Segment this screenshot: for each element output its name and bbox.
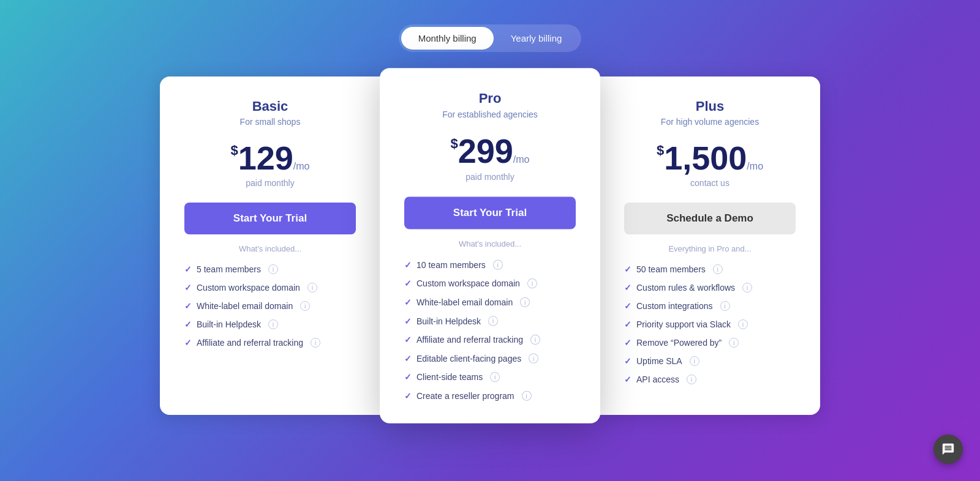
feature-label: Affiliate and referral tracking (197, 338, 303, 348)
check-icon: ✓ (404, 297, 412, 307)
check-icon: ✓ (624, 319, 631, 329)
basic-plan-subtitle: For small shops (184, 117, 356, 127)
check-icon: ✓ (184, 319, 192, 329)
basic-price-dollar: $ (230, 143, 238, 158)
list-item: ✓ Custom workspace domain i (184, 283, 356, 293)
info-icon[interactable]: i (529, 353, 538, 363)
pro-price-dollar: $ (450, 135, 458, 151)
info-icon[interactable]: i (690, 356, 699, 366)
feature-label: Built-in Helpdesk (197, 319, 261, 329)
basic-billing-note: paid monthly (184, 178, 356, 188)
list-item: ✓ Uptime SLA i (624, 356, 796, 366)
pro-plan-name: Pro (404, 91, 576, 107)
list-item: ✓ API access i (624, 375, 796, 384)
pro-plan-price: $299/mo (404, 134, 576, 168)
info-icon[interactable]: i (522, 391, 532, 401)
pro-feature-list: ✓ 10 team members i ✓ Custom workspace d… (404, 259, 576, 401)
check-icon: ✓ (624, 264, 631, 274)
info-icon[interactable]: i (530, 335, 540, 345)
list-item: ✓ Custom rules & workflows i (624, 283, 796, 293)
yearly-billing-button[interactable]: Yearly billing (494, 27, 579, 50)
info-icon[interactable]: i (738, 319, 748, 329)
info-icon[interactable]: i (268, 264, 278, 274)
info-icon[interactable]: i (520, 297, 530, 307)
feature-label: Priority support via Slack (636, 319, 731, 329)
pro-plan-subtitle: For established agencies (404, 110, 576, 119)
plus-plan-subtitle: For high volume agencies (624, 117, 796, 127)
info-icon[interactable]: i (720, 301, 730, 311)
chat-button[interactable] (933, 434, 963, 464)
basic-feature-list: ✓ 5 team members i ✓ Custom workspace do… (184, 264, 356, 393)
info-icon[interactable]: i (742, 283, 752, 293)
list-item: ✓ Create a reseller program i (404, 391, 576, 401)
check-icon: ✓ (184, 283, 192, 293)
check-icon: ✓ (624, 356, 631, 366)
list-item: ✓ 10 team members i (404, 259, 576, 269)
basic-price-period: /mo (293, 161, 310, 171)
feature-label: Remove “Powered by” (636, 338, 722, 348)
plus-billing-note: contact us (624, 178, 796, 188)
billing-toggle: Monthly billing Yearly billing (399, 24, 582, 52)
plus-plan-price: $1,500/mo (624, 141, 796, 174)
monthly-billing-button[interactable]: Monthly billing (401, 27, 494, 50)
feature-label: Built-in Helpdesk (417, 316, 481, 326)
plus-cta-button[interactable]: Schedule a Demo (624, 203, 796, 234)
plus-price-amount: 1,500 (664, 140, 747, 176)
plus-price-dollar: $ (657, 143, 664, 158)
plus-plan-card: Plus For high volume agencies $1,500/mo … (600, 76, 820, 415)
info-icon[interactable]: i (527, 278, 537, 288)
list-item: ✓ Built-in Helpdesk i (404, 316, 576, 326)
check-icon: ✓ (404, 353, 412, 363)
info-icon[interactable]: i (687, 375, 696, 384)
check-icon: ✓ (404, 259, 412, 269)
pro-cta-button[interactable]: Start Your Trial (404, 196, 576, 229)
check-icon: ✓ (404, 372, 412, 382)
info-icon[interactable]: i (493, 259, 503, 269)
list-item: ✓ Custom integrations i (624, 301, 796, 311)
plus-price-period: /mo (747, 161, 763, 171)
list-item: ✓ White-label email domain i (404, 297, 576, 307)
feature-label: 50 team members (636, 264, 706, 274)
check-icon: ✓ (624, 283, 631, 293)
check-icon: ✓ (184, 301, 192, 311)
basic-plan-name: Basic (184, 99, 356, 114)
pro-price-amount: 299 (458, 132, 513, 170)
info-icon[interactable]: i (490, 372, 500, 382)
list-item: ✓ White-label email domain i (184, 301, 356, 311)
check-icon: ✓ (404, 335, 412, 345)
feature-label: 5 team members (197, 264, 261, 274)
plus-feature-list: ✓ 50 team members i ✓ Custom rules & wor… (624, 264, 796, 393)
feature-label: Custom workspace domain (417, 278, 520, 288)
list-item: ✓ 5 team members i (184, 264, 356, 274)
basic-plan-price: $129/mo (184, 141, 356, 174)
info-icon[interactable]: i (268, 319, 278, 329)
feature-label: White-label email domain (417, 297, 513, 307)
feature-label: Uptime SLA (636, 356, 682, 366)
feature-label: White-label email domain (197, 301, 293, 311)
info-icon[interactable]: i (311, 338, 320, 348)
feature-label: Custom workspace domain (197, 283, 300, 293)
pro-whats-included: What's included... (404, 239, 576, 248)
feature-label: API access (636, 375, 679, 384)
feature-label: Custom rules & workflows (636, 283, 735, 293)
info-icon[interactable]: i (713, 264, 723, 274)
basic-whats-included: What's included... (184, 244, 356, 253)
list-item: ✓ Priority support via Slack i (624, 319, 796, 329)
pro-price-period: /mo (513, 154, 530, 165)
info-icon[interactable]: i (488, 316, 498, 326)
info-icon[interactable]: i (307, 283, 317, 293)
check-icon: ✓ (184, 264, 192, 274)
check-icon: ✓ (184, 338, 192, 348)
list-item: ✓ Remove “Powered by” i (624, 338, 796, 348)
feature-label: Client-side teams (417, 372, 483, 382)
feature-label: Editable client-facing pages (417, 353, 521, 363)
plus-plan-name: Plus (624, 99, 796, 114)
list-item: ✓ Custom workspace domain i (404, 278, 576, 288)
plans-container: Basic For small shops $129/mo paid month… (153, 76, 827, 415)
info-icon[interactable]: i (300, 301, 310, 311)
list-item: ✓ Client-side teams i (404, 372, 576, 382)
list-item: ✓ 50 team members i (624, 264, 796, 274)
feature-label: Custom integrations (636, 301, 713, 311)
basic-cta-button[interactable]: Start Your Trial (184, 203, 356, 234)
info-icon[interactable]: i (729, 338, 739, 348)
